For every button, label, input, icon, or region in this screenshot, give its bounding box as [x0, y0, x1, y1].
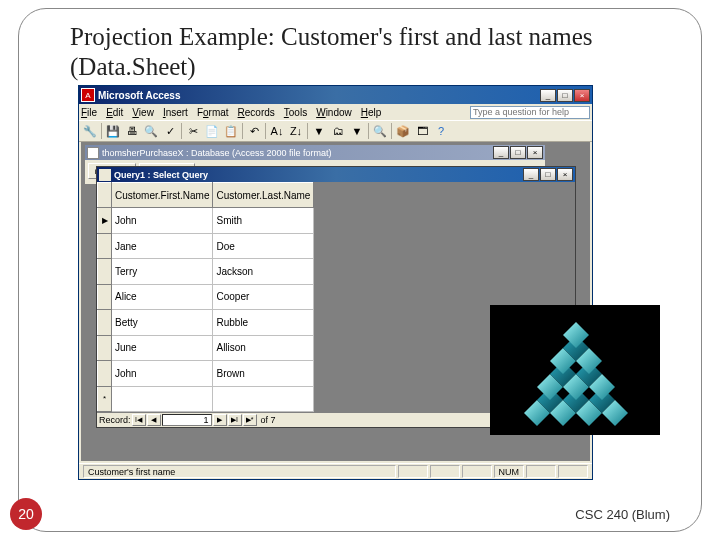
cell[interactable]: Smith [213, 208, 314, 233]
query-icon [99, 169, 111, 181]
filter-button[interactable]: ▼ [310, 122, 328, 140]
app-title: Microsoft Access [98, 90, 540, 101]
record-label: Record: [99, 415, 131, 425]
footer-label: CSC 240 (Blum) [575, 507, 670, 522]
row-selector[interactable] [98, 361, 112, 386]
new-row-selector[interactable]: * [98, 386, 112, 412]
help-search-input[interactable] [470, 106, 590, 119]
query-minimize-button[interactable]: _ [523, 168, 539, 181]
access-icon: A [81, 88, 95, 102]
row-selector[interactable] [98, 233, 112, 258]
nav-new-button[interactable]: ▶* [243, 414, 257, 426]
record-total: of 7 [261, 415, 276, 425]
statusbar: Customer's first name NUM [79, 463, 592, 479]
query-title: Query1 : Select Query [114, 170, 523, 180]
cell[interactable]: Rubble [213, 310, 314, 335]
database-window-button[interactable]: 🗔 [413, 122, 431, 140]
query-maximize-button[interactable]: □ [540, 168, 556, 181]
help-button[interactable]: ? [432, 122, 450, 140]
cell[interactable]: Brown [213, 361, 314, 386]
cell[interactable]: Betty [112, 310, 213, 335]
menu-records[interactable]: Records [238, 107, 275, 118]
column-header-firstname[interactable]: Customer.First.Name [112, 183, 213, 208]
save-button[interactable]: 💾 [104, 122, 122, 140]
database-title: thomsherPurchaseX : Database (Access 200… [102, 148, 493, 158]
cell[interactable] [213, 386, 314, 412]
status-pane [462, 465, 492, 478]
spelling-button[interactable]: ✓ [161, 122, 179, 140]
database-icon [87, 147, 99, 159]
db-close-button[interactable]: × [527, 146, 543, 159]
page-number-badge: 20 [10, 498, 42, 530]
cell[interactable]: June [112, 335, 213, 360]
menu-edit[interactable]: Edit [106, 107, 123, 118]
close-button[interactable]: × [574, 89, 590, 102]
cell[interactable]: Jackson [213, 259, 314, 284]
filter-form-button[interactable]: 🗂 [329, 122, 347, 140]
database-titlebar[interactable]: thomsherPurchaseX : Database (Access 200… [85, 145, 545, 160]
status-pane [430, 465, 460, 478]
view-button[interactable]: 🔧 [81, 122, 99, 140]
paste-button[interactable]: 📋 [222, 122, 240, 140]
datasheet-grid[interactable]: Customer.First.Name Customer.Last.Name ▶… [97, 182, 314, 412]
cell[interactable]: Jane [112, 233, 213, 258]
cell[interactable] [112, 386, 213, 412]
status-numlock: NUM [494, 465, 525, 478]
copy-button[interactable]: 📄 [203, 122, 221, 140]
nav-last-button[interactable]: ▶I [228, 414, 242, 426]
menu-tools[interactable]: Tools [284, 107, 307, 118]
menubar: File Edit View Insert Format Records Too… [79, 104, 592, 120]
sort-desc-button[interactable]: Z↓ [287, 122, 305, 140]
row-selector[interactable] [98, 310, 112, 335]
row-selector[interactable] [98, 284, 112, 309]
cell[interactable]: John [112, 361, 213, 386]
menu-format[interactable]: Format [197, 107, 229, 118]
record-number-input[interactable] [162, 414, 212, 426]
cell[interactable]: Terry [112, 259, 213, 284]
column-header-lastname[interactable]: Customer.Last.Name [213, 183, 314, 208]
nav-prev-button[interactable]: ◀ [147, 414, 161, 426]
print-preview-button[interactable]: 🔍 [142, 122, 160, 140]
db-minimize-button[interactable]: _ [493, 146, 509, 159]
sort-asc-button[interactable]: A↓ [268, 122, 286, 140]
app-titlebar[interactable]: A Microsoft Access _ □ × [79, 86, 592, 104]
row-selector[interactable] [98, 259, 112, 284]
status-text: Customer's first name [83, 465, 396, 478]
find-button[interactable]: 🔍 [371, 122, 389, 140]
menu-file[interactable]: File [81, 107, 97, 118]
undo-button[interactable]: ↶ [245, 122, 263, 140]
menu-insert[interactable]: Insert [163, 107, 188, 118]
maximize-button[interactable]: □ [557, 89, 573, 102]
nav-first-button[interactable]: I◀ [132, 414, 146, 426]
toolbar: 🔧 💾 🖶 🔍 ✓ ✂ 📄 📋 ↶ A↓ Z↓ ▼ 🗂 ▼ 🔍 📦 🗔 ? [79, 120, 592, 142]
minimize-button[interactable]: _ [540, 89, 556, 102]
cell[interactable]: Allison [213, 335, 314, 360]
db-maximize-button[interactable]: □ [510, 146, 526, 159]
new-object-button[interactable]: 📦 [394, 122, 412, 140]
cell[interactable]: Doe [213, 233, 314, 258]
menu-help[interactable]: Help [361, 107, 382, 118]
slide-title: Projection Example: Customer's first and… [70, 22, 660, 82]
status-pane [398, 465, 428, 478]
print-button[interactable]: 🖶 [123, 122, 141, 140]
cut-button[interactable]: ✂ [184, 122, 202, 140]
status-pane [526, 465, 556, 478]
status-pane [558, 465, 588, 478]
menu-window[interactable]: Window [316, 107, 352, 118]
corner-cell[interactable] [98, 183, 112, 208]
cell[interactable]: John [112, 208, 213, 233]
cell[interactable]: Alice [112, 284, 213, 309]
row-selector[interactable]: ▶ [98, 208, 112, 233]
query-close-button[interactable]: × [557, 168, 573, 181]
menu-view[interactable]: View [132, 107, 154, 118]
query-titlebar[interactable]: Query1 : Select Query _ □ × [97, 167, 575, 182]
row-selector[interactable] [98, 335, 112, 360]
decorative-pyramid-image [490, 305, 660, 435]
nav-next-button[interactable]: ▶ [213, 414, 227, 426]
cell[interactable]: Cooper [213, 284, 314, 309]
apply-filter-button[interactable]: ▼ [348, 122, 366, 140]
